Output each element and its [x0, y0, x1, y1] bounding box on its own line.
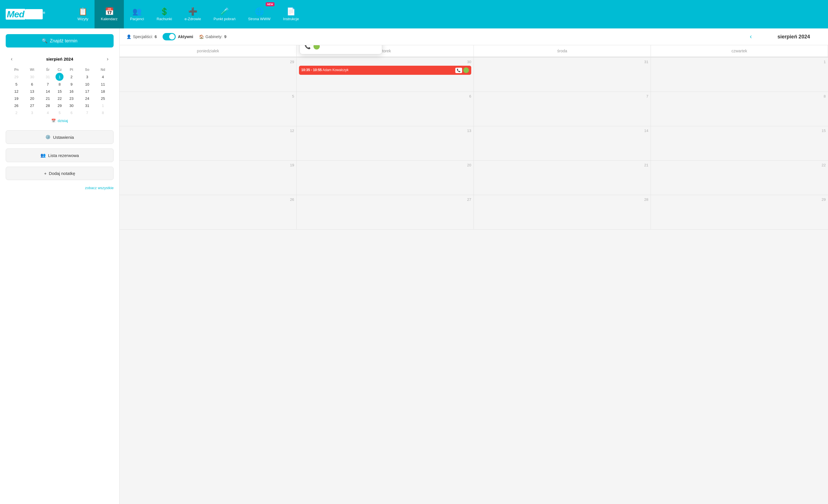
calendar-cell[interactable]: 8 [651, 92, 828, 126]
mini-cal-day[interactable]: 14 [40, 88, 55, 95]
find-term-button[interactable]: 🔍 Znajdź termin [6, 34, 114, 47]
see-all-link[interactable]: zobacz wszystkie [6, 186, 114, 190]
calendar-cell[interactable]: 7 [474, 92, 651, 126]
mini-cal-day[interactable]: 1 [55, 73, 64, 81]
mini-cal-day[interactable]: 10 [79, 81, 95, 88]
mini-cal-day[interactable]: 13 [24, 88, 40, 95]
mini-cal-day[interactable]: 6 [64, 109, 79, 116]
nav-instrukcje[interactable]: 📄 Instrukcje [277, 0, 305, 29]
mini-cal-day[interactable]: 26 [8, 102, 24, 109]
mini-cal-day[interactable]: 19 [8, 95, 24, 102]
mini-cal-day[interactable]: 8 [55, 81, 64, 88]
mini-cal-day[interactable]: 15 [55, 88, 64, 95]
mini-cal-prev-button[interactable]: ‹ [8, 55, 15, 63]
calendar-event[interactable]: 10:35 - 10:55 Adam Kowalczyk 📞 [299, 66, 471, 75]
calendar-today-icon: 📅 [51, 119, 56, 123]
lista-rezerwowa-button[interactable]: 👥 Lista rezerwowa [6, 148, 114, 162]
mini-cal-week: 2930311234 [8, 73, 111, 81]
nav-ezdrowie[interactable]: ➕ e-Zdrowie [178, 0, 207, 29]
calendar-cell[interactable]: 13 [297, 126, 474, 161]
mini-cal-day[interactable]: 6 [24, 81, 40, 88]
calendar-cell[interactable]: 28 [474, 195, 651, 229]
mini-cal-day[interactable]: 17 [79, 88, 95, 95]
rachunki-icon: 💲 [160, 8, 169, 15]
nav-kalendarz[interactable]: 📅 Kalendarz [94, 0, 124, 29]
mini-cal-day[interactable]: 3 [79, 73, 95, 81]
add-icon: + [44, 171, 47, 176]
calendar-cell[interactable]: 12 [120, 126, 297, 161]
mini-cal-day[interactable]: 31 [40, 73, 55, 81]
tooltip-status-circle[interactable] [314, 45, 320, 49]
mini-cal-day[interactable]: 23 [64, 95, 79, 102]
mini-cal-week: 19202122232425 [8, 95, 111, 102]
calendar-cell[interactable]: 6 [297, 92, 474, 126]
mini-cal-day[interactable]: 25 [95, 95, 111, 102]
calendar-prev-button[interactable]: ‹ [747, 32, 754, 42]
calendar-cell[interactable]: 22 [651, 161, 828, 195]
mini-cal-header: ‹ sierpień 2024 › [8, 55, 111, 63]
aktywni-toggle[interactable] [163, 33, 176, 40]
mini-cal-day[interactable]: 22 [55, 95, 64, 102]
mini-cal-day[interactable]: 5 [8, 81, 24, 88]
mini-cal-day[interactable]: 7 [40, 81, 55, 88]
mini-cal-day-header: Nd [95, 66, 111, 73]
mini-cal-day[interactable]: 12 [8, 88, 24, 95]
mini-cal-day[interactable]: 8 [95, 109, 111, 116]
dodaj-notatke-button[interactable]: + Dodaj notatkę [6, 167, 114, 180]
mini-cal-day[interactable]: 3 [24, 109, 40, 116]
today-link[interactable]: 📅 dzisiaj [8, 119, 111, 123]
mini-cal-day[interactable]: 11 [95, 81, 111, 88]
ustawienia-button[interactable]: ⚙️ Ustawienia [6, 130, 114, 144]
calendar-cell-date: 19 [122, 163, 294, 167]
mini-cal-day[interactable]: 27 [24, 102, 40, 109]
event-status-dot[interactable] [463, 67, 469, 73]
nav-strona-www[interactable]: NEW 🌐 Strona WWW [242, 0, 277, 29]
calendar-cell[interactable]: 29 [651, 195, 828, 229]
mini-cal-day[interactable]: 29 [55, 102, 64, 109]
mini-cal-day[interactable]: 28 [40, 102, 55, 109]
calendar-cell[interactable]: 14 [474, 126, 651, 161]
mini-cal-day[interactable]: 2 [8, 109, 24, 116]
lista-rezerwowa-icon: 👥 [40, 153, 46, 158]
mini-cal-day[interactable]: 31 [79, 102, 95, 109]
calendar-cell[interactable]: 21 [474, 161, 651, 195]
tooltip-phone-icon[interactable]: 📞 [304, 45, 310, 49]
event-phone-button[interactable]: 📞 [455, 68, 462, 73]
mini-cal-day[interactable]: 2 [64, 73, 79, 81]
calendar-cell-date: 28 [476, 197, 648, 202]
calendar-cell[interactable]: 19 [120, 161, 297, 195]
mini-cal-day[interactable]: 29 [8, 73, 24, 81]
event-time: 10:35 - 10:55 [301, 68, 322, 72]
calendar-cell[interactable]: 1 [651, 57, 828, 92]
mini-cal-day[interactable]: 4 [95, 73, 111, 81]
calendar-cell[interactable]: 29 [120, 57, 297, 92]
calendar-grid-outer: poniedziałekwtorekśrodaczwartek 2930 10:… [120, 45, 828, 504]
mini-cal-day[interactable]: 1 [95, 102, 111, 109]
calendar-cell[interactable]: 15 [651, 126, 828, 161]
nav-wizyty[interactable]: 📋 Wizyty [71, 0, 94, 29]
calendar-cell[interactable]: 26 [120, 195, 297, 229]
calendar-cell[interactable]: 27 [297, 195, 474, 229]
calendar-cell[interactable]: 31 [474, 57, 651, 92]
calendar-cell[interactable]: 5 [120, 92, 297, 126]
nav-pacjenci[interactable]: 👥 Pacjenci [124, 0, 150, 29]
mini-cal-day[interactable]: 4 [40, 109, 55, 116]
mini-cal-day[interactable]: 16 [64, 88, 79, 95]
mini-cal-day[interactable]: 9 [64, 81, 79, 88]
mini-cal-day[interactable]: 20 [24, 95, 40, 102]
calendar-cell[interactable]: 30 10:35 - 10:55 Adam Kowalczyk 📞 10:35 … [297, 57, 474, 92]
mini-cal-next-button[interactable]: › [105, 55, 111, 63]
calendar-cell-date: 5 [122, 94, 294, 98]
mini-cal-day[interactable]: 24 [79, 95, 95, 102]
mini-cal-day[interactable]: 30 [64, 102, 79, 109]
nav-punkt-pobran[interactable]: 🧪 Punkt pobrań [207, 0, 242, 29]
nav-rachunki[interactable]: 💲 Rachunki [150, 0, 178, 29]
mini-cal-day[interactable]: 5 [55, 109, 64, 116]
mini-cal-day[interactable]: 21 [40, 95, 55, 102]
calendar-week-row: 5678 [120, 92, 828, 126]
calendar-cell[interactable]: 20 [297, 161, 474, 195]
logo: Med File® [6, 9, 63, 19]
mini-cal-day[interactable]: 18 [95, 88, 111, 95]
mini-cal-day[interactable]: 7 [79, 109, 95, 116]
mini-cal-day[interactable]: 30 [24, 73, 40, 81]
